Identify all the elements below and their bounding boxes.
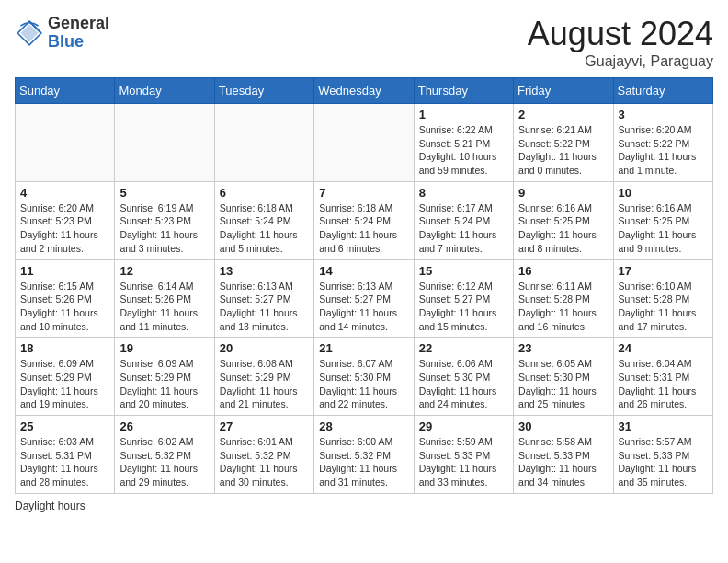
day-info: Sunrise: 6:04 AM Sunset: 5:31 PM Dayligh… (619, 357, 708, 411)
logo-text: General Blue (48, 15, 109, 52)
logo: General Blue (15, 15, 109, 52)
day-info: Sunrise: 6:22 AM Sunset: 5:21 PM Dayligh… (419, 123, 508, 178)
day-of-week-header: Sunday (16, 78, 115, 104)
day-info: Sunrise: 6:18 AM Sunset: 5:24 PM Dayligh… (319, 201, 408, 256)
day-info: Sunrise: 6:14 AM Sunset: 5:26 PM Dayligh… (119, 280, 209, 334)
day-info: Sunrise: 5:58 AM Sunset: 5:33 PM Dayligh… (518, 435, 608, 489)
calendar-day-cell: 29Sunrise: 5:59 AM Sunset: 5:33 PM Dayli… (414, 416, 513, 494)
calendar-day-cell: 21Sunrise: 6:07 AM Sunset: 5:30 PM Dayli… (314, 338, 414, 416)
day-number: 16 (518, 264, 608, 278)
day-number: 22 (419, 341, 508, 355)
calendar-day-cell: 25Sunrise: 6:03 AM Sunset: 5:31 PM Dayli… (16, 416, 115, 494)
day-info: Sunrise: 6:02 AM Sunset: 5:32 PM Dayligh… (119, 435, 209, 489)
day-info: Sunrise: 6:08 AM Sunset: 5:29 PM Dayligh… (220, 357, 309, 411)
day-info: Sunrise: 6:12 AM Sunset: 5:27 PM Dayligh… (419, 280, 508, 334)
calendar-week-row: 25Sunrise: 6:03 AM Sunset: 5:31 PM Dayli… (16, 416, 713, 494)
day-info: Sunrise: 6:00 AM Sunset: 5:32 PM Dayligh… (319, 435, 408, 489)
calendar-day-cell: 11Sunrise: 6:15 AM Sunset: 5:26 PM Dayli… (16, 259, 115, 338)
day-number: 13 (220, 264, 309, 278)
calendar-week-row: 4Sunrise: 6:20 AM Sunset: 5:23 PM Daylig… (16, 181, 713, 259)
day-number: 11 (20, 264, 109, 278)
day-number: 15 (419, 264, 508, 278)
header-row: SundayMondayTuesdayWednesdayThursdayFrid… (16, 78, 713, 104)
day-number: 31 (619, 419, 708, 433)
day-info: Sunrise: 6:16 AM Sunset: 5:25 PM Dayligh… (518, 201, 608, 256)
calendar-day-cell: 19Sunrise: 6:09 AM Sunset: 5:29 PM Dayli… (115, 338, 214, 416)
calendar-day-cell (314, 104, 414, 182)
day-of-week-header: Tuesday (214, 78, 313, 104)
day-number: 3 (619, 108, 708, 121)
day-number: 6 (220, 186, 309, 200)
calendar-day-cell: 5Sunrise: 6:19 AM Sunset: 5:23 PM Daylig… (115, 181, 214, 259)
calendar-header: SundayMondayTuesdayWednesdayThursdayFrid… (16, 78, 713, 104)
day-number: 8 (419, 186, 508, 200)
day-info: Sunrise: 6:20 AM Sunset: 5:22 PM Dayligh… (619, 123, 708, 178)
day-number: 27 (220, 419, 309, 433)
day-info: Sunrise: 6:13 AM Sunset: 5:27 PM Dayligh… (319, 280, 408, 334)
calendar-day-cell: 18Sunrise: 6:09 AM Sunset: 5:29 PM Dayli… (16, 338, 115, 416)
day-number: 30 (518, 419, 608, 433)
calendar-day-cell: 26Sunrise: 6:02 AM Sunset: 5:32 PM Dayli… (115, 416, 214, 494)
day-number: 4 (20, 186, 109, 200)
day-info: Sunrise: 6:05 AM Sunset: 5:30 PM Dayligh… (518, 357, 608, 411)
day-info: Sunrise: 6:10 AM Sunset: 5:28 PM Dayligh… (619, 280, 708, 334)
day-info: Sunrise: 6:20 AM Sunset: 5:23 PM Dayligh… (20, 201, 109, 256)
day-info: Sunrise: 6:09 AM Sunset: 5:29 PM Dayligh… (20, 357, 109, 411)
calendar-day-cell (115, 104, 214, 182)
day-info: Sunrise: 6:17 AM Sunset: 5:24 PM Dayligh… (419, 201, 508, 256)
calendar-day-cell: 12Sunrise: 6:14 AM Sunset: 5:26 PM Dayli… (115, 259, 214, 338)
day-number: 19 (119, 341, 209, 355)
day-of-week-header: Wednesday (314, 78, 414, 104)
calendar-day-cell: 15Sunrise: 6:12 AM Sunset: 5:27 PM Dayli… (414, 259, 513, 338)
day-number: 9 (518, 186, 608, 200)
calendar-day-cell: 17Sunrise: 6:10 AM Sunset: 5:28 PM Dayli… (613, 259, 712, 338)
day-number: 5 (119, 186, 209, 200)
calendar-day-cell: 22Sunrise: 6:06 AM Sunset: 5:30 PM Dayli… (414, 338, 513, 416)
day-number: 24 (619, 341, 708, 355)
day-number: 12 (119, 264, 209, 278)
daylight-hours-label: Daylight hours (15, 500, 85, 512)
calendar-day-cell: 20Sunrise: 6:08 AM Sunset: 5:29 PM Dayli… (214, 338, 313, 416)
day-number: 29 (419, 419, 508, 433)
day-info: Sunrise: 6:19 AM Sunset: 5:23 PM Dayligh… (119, 201, 209, 256)
day-number: 2 (518, 108, 608, 121)
day-info: Sunrise: 6:18 AM Sunset: 5:24 PM Dayligh… (220, 201, 309, 256)
day-info: Sunrise: 6:11 AM Sunset: 5:28 PM Dayligh… (518, 280, 608, 334)
day-info: Sunrise: 6:16 AM Sunset: 5:25 PM Dayligh… (619, 201, 708, 256)
month-year-title: August 2024 (528, 15, 713, 53)
calendar-day-cell: 4Sunrise: 6:20 AM Sunset: 5:23 PM Daylig… (16, 181, 115, 259)
calendar-day-cell: 30Sunrise: 5:58 AM Sunset: 5:33 PM Dayli… (514, 416, 613, 494)
calendar-day-cell: 24Sunrise: 6:04 AM Sunset: 5:31 PM Dayli… (613, 338, 712, 416)
day-info: Sunrise: 6:01 AM Sunset: 5:32 PM Dayligh… (220, 435, 309, 489)
title-block: August 2024 Guajayvi, Paraguay (528, 15, 713, 70)
day-info: Sunrise: 6:15 AM Sunset: 5:26 PM Dayligh… (20, 280, 109, 334)
day-number: 28 (319, 419, 408, 433)
calendar-day-cell: 3Sunrise: 6:20 AM Sunset: 5:22 PM Daylig… (613, 104, 712, 182)
day-number: 7 (319, 186, 408, 200)
calendar-week-row: 1Sunrise: 6:22 AM Sunset: 5:21 PM Daylig… (16, 104, 713, 182)
page-header: General Blue August 2024 Guajayvi, Parag… (15, 15, 713, 70)
logo-blue-text: Blue (48, 33, 109, 52)
calendar-week-row: 11Sunrise: 6:15 AM Sunset: 5:26 PM Dayli… (16, 259, 713, 338)
day-number: 23 (518, 341, 608, 355)
calendar-day-cell: 16Sunrise: 6:11 AM Sunset: 5:28 PM Dayli… (514, 259, 613, 338)
day-number: 21 (319, 341, 408, 355)
day-number: 25 (20, 419, 109, 433)
calendar-day-cell (16, 104, 115, 182)
calendar-day-cell: 9Sunrise: 6:16 AM Sunset: 5:25 PM Daylig… (514, 181, 613, 259)
day-info: Sunrise: 6:07 AM Sunset: 5:30 PM Dayligh… (319, 357, 408, 411)
calendar-day-cell: 10Sunrise: 6:16 AM Sunset: 5:25 PM Dayli… (613, 181, 712, 259)
calendar-day-cell: 6Sunrise: 6:18 AM Sunset: 5:24 PM Daylig… (214, 181, 313, 259)
footer-note: Daylight hours (15, 500, 713, 512)
day-number: 18 (20, 341, 109, 355)
day-number: 14 (319, 264, 408, 278)
day-number: 20 (220, 341, 309, 355)
calendar-day-cell: 8Sunrise: 6:17 AM Sunset: 5:24 PM Daylig… (414, 181, 513, 259)
calendar-table: SundayMondayTuesdayWednesdayThursdayFrid… (15, 77, 713, 494)
calendar-body: 1Sunrise: 6:22 AM Sunset: 5:21 PM Daylig… (16, 104, 713, 494)
calendar-day-cell: 7Sunrise: 6:18 AM Sunset: 5:24 PM Daylig… (314, 181, 414, 259)
day-of-week-header: Thursday (414, 78, 513, 104)
day-of-week-header: Monday (115, 78, 214, 104)
logo-general-text: General (48, 15, 109, 33)
location-subtitle: Guajayvi, Paraguay (528, 53, 713, 70)
